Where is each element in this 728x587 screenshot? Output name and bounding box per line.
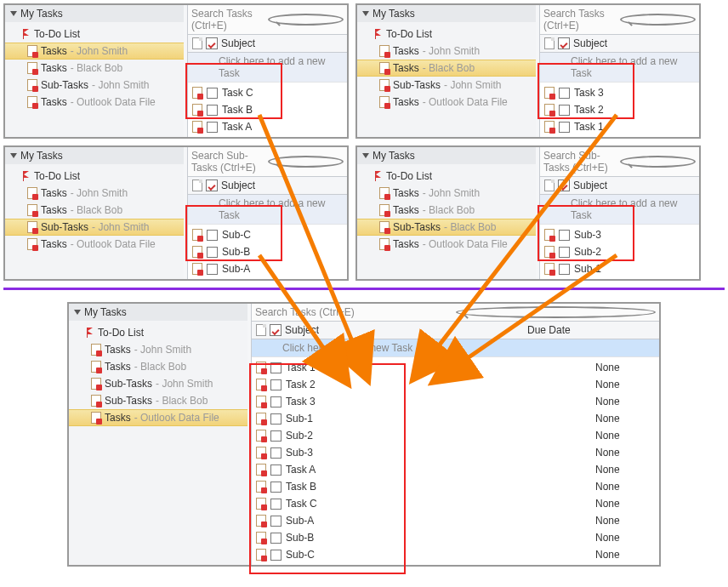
nav-header[interactable]: My Tasks <box>69 304 247 321</box>
task-row[interactable]: Task CNone <box>252 495 659 512</box>
checkbox[interactable] <box>559 88 570 99</box>
add-task-row[interactable]: Click here to add a new Task <box>252 339 659 357</box>
search-tasks[interactable]: Search Tasks (Ctrl+E) <box>540 5 699 35</box>
nav-header[interactable]: My Tasks <box>5 5 184 22</box>
task-icon <box>544 263 555 275</box>
checkbox[interactable] <box>207 122 218 133</box>
task-row[interactable]: Sub-3 <box>540 226 699 243</box>
task-row[interactable]: Task BNone <box>252 478 659 495</box>
column-header[interactable]: Subject Due Date <box>252 322 659 339</box>
task-row[interactable]: Sub-CNone <box>252 546 659 563</box>
task-row[interactable]: Sub-2 <box>540 243 699 260</box>
tree-tasks-odf[interactable]: Tasks - Outlook Data File <box>5 236 184 253</box>
checkbox[interactable] <box>270 464 282 476</box>
tree-subtasks-john[interactable]: Sub-Tasks - John Smith <box>357 77 536 94</box>
tree-todo[interactable]: To-Do List <box>5 168 184 185</box>
checkbox[interactable] <box>207 264 218 275</box>
nav-header[interactable]: My Tasks <box>357 5 536 22</box>
task-row[interactable]: Task A <box>188 118 347 135</box>
checkbox[interactable] <box>559 105 570 116</box>
nav-pane: My Tasks To-Do List Tasks - John Smith T… <box>69 304 247 565</box>
add-task-row[interactable]: Click here to add a new Task <box>540 53 699 83</box>
checkbox[interactable] <box>270 482 282 493</box>
tree-subtasks-bob[interactable]: Sub-Tasks - Black Bob <box>69 392 247 409</box>
tree-tasks-odf[interactable]: Tasks - Outlook Data File <box>357 94 536 111</box>
task-row[interactable]: Task 1None <box>252 359 659 376</box>
task-row[interactable]: Sub-C <box>188 226 347 243</box>
nav-header[interactable]: My Tasks <box>357 147 536 164</box>
task-row[interactable]: Sub-BNone <box>252 529 659 546</box>
checkbox[interactable] <box>270 396 282 407</box>
tree-todo[interactable]: To-Do List <box>357 168 536 185</box>
tree-tasks-bob[interactable]: Tasks - Black Bob <box>5 60 184 77</box>
task-icon <box>192 246 202 258</box>
tree-tasks-bob[interactable]: Tasks - Black Bob <box>5 202 184 219</box>
checkbox[interactable] <box>270 499 282 510</box>
column-header[interactable]: Subject <box>188 35 347 53</box>
task-row[interactable]: Sub-3None <box>252 444 659 461</box>
tree-subtasks-bob[interactable]: Sub-Tasks - Black Bob <box>357 219 536 236</box>
tree-todo[interactable]: To-Do List <box>5 26 184 43</box>
task-row[interactable]: Task B <box>188 101 347 118</box>
checkbox[interactable] <box>207 247 218 258</box>
checkbox[interactable] <box>207 105 218 116</box>
task-row[interactable]: Sub-2None <box>252 427 659 444</box>
checkbox[interactable] <box>270 550 282 561</box>
task-row[interactable]: Task 2 <box>540 101 699 118</box>
add-task-row[interactable]: Click here to add a new Task <box>188 195 347 225</box>
add-task-row[interactable]: Click here to add a new Task <box>540 195 699 225</box>
task-row[interactable]: Task 3 <box>540 84 699 101</box>
column-header[interactable]: Subject <box>540 35 699 53</box>
task-row[interactable]: Task 2None <box>252 376 659 393</box>
column-header[interactable]: Subject <box>540 177 699 195</box>
tree-tasks-odf[interactable]: Tasks - Outlook Data File <box>357 236 536 253</box>
search-subtasks[interactable]: Search Sub-Tasks (Ctrl+E) <box>540 147 699 177</box>
checkbox[interactable] <box>270 362 282 373</box>
checkbox[interactable] <box>207 88 218 99</box>
tree-todo[interactable]: To-Do List <box>357 26 536 43</box>
task-row[interactable]: Task ANone <box>252 461 659 478</box>
task-row[interactable]: Task 3None <box>252 393 659 410</box>
add-task-row[interactable]: Click here to add a new Task <box>188 53 347 83</box>
tree-subtasks-john[interactable]: Sub-Tasks - John Smith <box>69 375 247 392</box>
task-subject: Task B <box>286 480 591 493</box>
tree-tasks-john[interactable]: Tasks - John Smith <box>5 43 184 60</box>
task-row[interactable]: Sub-ANone <box>252 512 659 529</box>
task-row[interactable]: Sub-A <box>188 260 347 277</box>
checkbox[interactable] <box>270 430 282 442</box>
checkbox[interactable] <box>270 447 282 459</box>
checkbox[interactable] <box>270 533 282 544</box>
tree-tasks-bob[interactable]: Tasks - Black Bob <box>357 202 536 219</box>
checkbox[interactable] <box>559 122 570 133</box>
search-tasks[interactable]: Search Tasks (Ctrl+E) <box>252 304 659 322</box>
search-tasks[interactable]: Search Tasks (Ctrl+E) <box>188 5 347 35</box>
tree-subtasks-john[interactable]: Sub-Tasks - John Smith <box>5 77 184 94</box>
nav-header[interactable]: My Tasks <box>5 147 184 164</box>
tree-subtasks-john[interactable]: Sub-Tasks - John Smith <box>5 219 184 236</box>
tree-tasks-odf[interactable]: Tasks - Outlook Data File <box>69 409 247 426</box>
sheet-icon <box>544 37 555 49</box>
nav-header-label: My Tasks <box>20 8 63 20</box>
checkbox[interactable] <box>270 379 282 390</box>
tree-tasks-odf[interactable]: Tasks - Outlook Data File <box>5 94 184 111</box>
tree-tasks-john[interactable]: Tasks - John Smith <box>357 185 536 202</box>
task-row[interactable]: Sub-1None <box>252 410 659 427</box>
checkbox[interactable] <box>207 230 218 241</box>
task-row[interactable]: Sub-B <box>188 243 347 260</box>
checkbox[interactable] <box>559 247 570 258</box>
task-row[interactable]: Task 1 <box>540 118 699 135</box>
tree-tasks-john[interactable]: Tasks - John Smith <box>5 185 184 202</box>
tree-tasks-bob[interactable]: Tasks - Black Bob <box>69 358 247 375</box>
tree-tasks-john[interactable]: Tasks - John Smith <box>69 341 247 358</box>
tree-tasks-john[interactable]: Tasks - John Smith <box>357 43 536 60</box>
checkbox[interactable] <box>559 264 570 275</box>
task-row[interactable]: Task C <box>188 84 347 101</box>
tree-todo[interactable]: To-Do List <box>69 324 247 341</box>
checkbox[interactable] <box>270 516 282 527</box>
tree-tasks-bob[interactable]: Tasks - Black Bob <box>357 60 536 77</box>
search-subtasks[interactable]: Search Sub-Tasks (Ctrl+E) <box>188 147 347 177</box>
checkbox[interactable] <box>270 413 282 425</box>
checkbox[interactable] <box>559 230 570 241</box>
task-row[interactable]: Sub-1 <box>540 260 699 277</box>
column-header[interactable]: Subject <box>188 177 347 195</box>
